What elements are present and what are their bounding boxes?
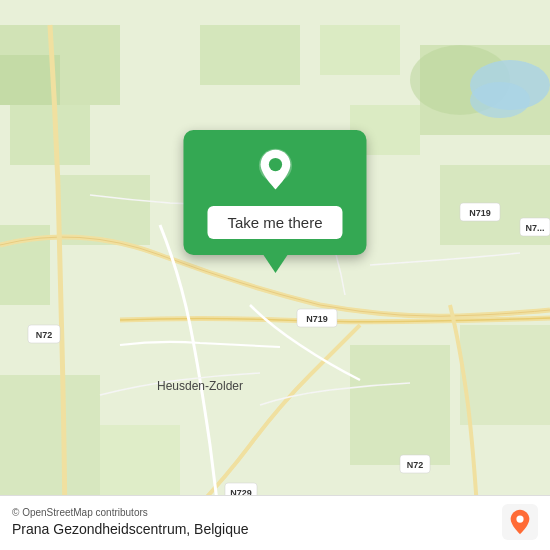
svg-text:N7...: N7... xyxy=(525,223,544,233)
location-name: Prana Gezondheidscentrum, Belgique xyxy=(12,521,249,537)
svg-text:N719: N719 xyxy=(469,208,491,218)
info-bar: © OpenStreetMap contributors Prana Gezon… xyxy=(0,495,550,550)
map-svg: N719 N719 N72 N7... N72 N729 Heusden-Zol… xyxy=(0,0,550,550)
svg-text:Heusden-Zolder: Heusden-Zolder xyxy=(157,379,243,393)
svg-point-9 xyxy=(470,82,530,118)
svg-text:N72: N72 xyxy=(407,460,424,470)
svg-text:N72: N72 xyxy=(36,330,53,340)
moovit-logo[interactable] xyxy=(502,504,538,540)
svg-point-32 xyxy=(268,158,281,171)
svg-rect-2 xyxy=(10,105,90,165)
moovit-icon xyxy=(502,504,538,540)
svg-rect-5 xyxy=(320,25,400,75)
info-left: © OpenStreetMap contributors Prana Gezon… xyxy=(12,507,249,537)
svg-rect-4 xyxy=(200,25,300,85)
map-container: N719 N719 N72 N7... N72 N729 Heusden-Zol… xyxy=(0,0,550,550)
popup-arrow xyxy=(263,255,287,273)
copyright-text: © OpenStreetMap contributors xyxy=(12,507,249,518)
popup-card: Take me there xyxy=(183,130,366,255)
svg-text:N719: N719 xyxy=(306,314,328,324)
svg-rect-16 xyxy=(350,345,450,465)
svg-point-34 xyxy=(516,516,523,523)
take-me-there-button[interactable]: Take me there xyxy=(207,206,342,239)
location-pin-icon xyxy=(251,148,299,196)
svg-rect-17 xyxy=(460,325,550,425)
svg-rect-10 xyxy=(60,175,150,245)
